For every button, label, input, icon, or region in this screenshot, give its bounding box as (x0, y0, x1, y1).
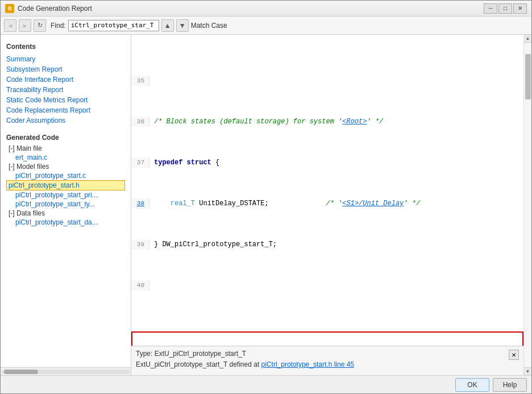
ok-button[interactable]: OK (455, 378, 489, 392)
vertical-scrollbar[interactable]: ▲ ▼ (523, 35, 531, 375)
sidebar-link-static-code[interactable]: Static Code Metrics Report (6, 95, 125, 105)
sidebar-link-coder-assumptions[interactable]: Coder Assumptions (6, 115, 125, 126)
find-input[interactable] (68, 20, 159, 31)
title-controls: ─ □ ✕ (484, 3, 527, 14)
line-num-35: 35 (131, 76, 149, 86)
scroll-thumb[interactable] (525, 54, 531, 99)
sidebar-link-traceability[interactable]: Traceability Report (6, 85, 125, 95)
line-num-38[interactable]: 38 (131, 198, 149, 209)
sidebar-link-code-interface[interactable]: Code Interface Report (6, 74, 125, 85)
sidebar-content: Contents Summary Subsystem Report Code I… (1, 35, 131, 367)
status-bar: Type: ExtU_piCtrl_prototype_start_T ExtU… (131, 346, 523, 375)
tree-pictrl-h[interactable]: piCtrl_prototype_start.h (6, 180, 125, 190)
maximize-button[interactable]: □ (498, 3, 512, 14)
line-num-37: 37 (131, 157, 149, 168)
code-right-wrap: 35 36 /* Block states (default storage) … (131, 35, 531, 375)
status-close-button[interactable]: ✕ (509, 350, 519, 360)
code-line-38: 38 real_T UnitDelay_DSTATE; /* '<S1>/Uni… (131, 198, 523, 209)
sidebar-link-summary[interactable]: Summary (6, 54, 125, 64)
line-content-38: real_T UnitDelay_DSTATE; /* '<S1>/Unit_D… (149, 198, 523, 209)
line-content-35 (149, 76, 523, 86)
sidebar: Contents Summary Subsystem Report Code I… (1, 35, 131, 375)
main-area: Contents Summary Subsystem Report Code I… (1, 35, 531, 375)
app-icon: ⚙ (5, 4, 14, 13)
line-content-37: typedef struct { (149, 157, 523, 168)
find-down-button[interactable]: ▼ (176, 19, 189, 32)
tree-pictrl-da[interactable]: piCtrl_prototype_start_da... (6, 218, 125, 227)
back-button[interactable]: ◄ (4, 19, 16, 32)
status-line1: Type: ExtU_piCtrl_prototype_start_T (136, 349, 354, 359)
code-line-39: 39 } DW_piCtrl_prototype_start_T; (131, 239, 523, 250)
find-label: Find: (51, 22, 66, 30)
status-line2-link[interactable]: piCtrl_prototype_start.h line 45 (261, 360, 354, 368)
tree-pictrl-pri[interactable]: piCtrl_prototype_start_pri... (6, 190, 125, 200)
action-bar: OK Help (1, 375, 531, 393)
red-border-block: 41 /* External inputs (root inport signa… (131, 331, 523, 346)
forward-button[interactable]: ► (19, 19, 31, 32)
match-case-label: Match Case (191, 22, 227, 30)
status-line2: ExtU_piCtrl_prototype_start_T defined at… (136, 359, 354, 370)
line-content-39: } DW_piCtrl_prototype_start_T; (149, 239, 523, 250)
line-num-40: 40 (131, 280, 149, 291)
sidebar-link-subsystem[interactable]: Subsystem Report (6, 64, 125, 74)
tree-pictrl-ty[interactable]: piCtrl_prototype_start_ty... (6, 200, 125, 209)
code-area: 35 36 /* Block states (default storage) … (131, 35, 523, 375)
refresh-button[interactable]: ↻ (34, 19, 46, 32)
main-window: ⚙ Code Generation Report ─ □ ✕ ◄ ► ↻ Fin… (0, 0, 532, 394)
title-bar-left: ⚙ Code Generation Report (5, 4, 92, 13)
contents-title: Contents (6, 43, 125, 51)
line-content-36: /* Block states (default storage) for sy… (149, 117, 523, 127)
scroll-up-arrow[interactable]: ▲ (524, 35, 531, 43)
help-button[interactable]: Help (493, 378, 527, 392)
code-line-40: 40 (131, 280, 523, 291)
sidebar-horizontal-scrollbar[interactable] (1, 367, 131, 375)
scroll-track[interactable] (524, 43, 531, 367)
tree-main-file-header: [-] Main file (6, 144, 125, 153)
tree-model-files-header: [-] Model files (6, 162, 125, 171)
find-up-button[interactable]: ▲ (161, 19, 174, 32)
code-line-35: 35 (131, 76, 523, 86)
code-scroll[interactable]: 35 36 /* Block states (default storage) … (131, 35, 523, 346)
close-window-button[interactable]: ✕ (513, 3, 527, 14)
line-num-39: 39 (131, 239, 149, 250)
tree-ert-main[interactable]: ert_main.c (6, 153, 125, 162)
tree-pictrl-c[interactable]: piCtrl_prototype_start.c (6, 171, 125, 180)
title-bar: ⚙ Code Generation Report ─ □ ✕ (1, 1, 531, 16)
line-num-36: 36 (131, 117, 149, 127)
minimize-button[interactable]: ─ (484, 3, 497, 14)
status-text: Type: ExtU_piCtrl_prototype_start_T ExtU… (136, 349, 354, 370)
code-container: 35 36 /* Block states (default storage) … (131, 35, 523, 346)
sidebar-link-code-replacements[interactable]: Code Replacements Report (6, 105, 125, 115)
window-title: Code Generation Report (18, 5, 92, 13)
generated-code-title: Generated Code (6, 134, 125, 142)
status-line2-prefix: ExtU_piCtrl_prototype_start_T defined at (136, 360, 261, 368)
scroll-down-arrow[interactable]: ▼ (524, 367, 531, 375)
toolbar: ◄ ► ↻ Find: ▲ ▼ Match Case (1, 16, 531, 35)
line-content-40 (149, 280, 523, 291)
code-line-36: 36 /* Block states (default storage) for… (131, 117, 523, 127)
code-line-37: 37 typedef struct { (131, 157, 523, 168)
tree-data-files-header: [-] Data files (6, 209, 125, 218)
